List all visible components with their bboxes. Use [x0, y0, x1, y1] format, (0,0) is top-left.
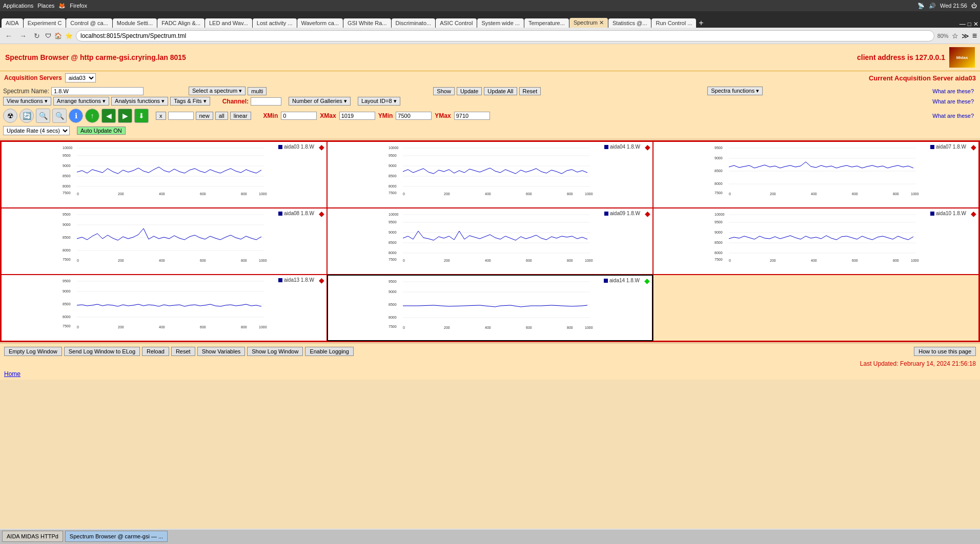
arrow-up-icon-btn[interactable]: ↑ [85, 109, 99, 123]
browser-tab-asic[interactable]: ASIC Control [436, 18, 477, 28]
reset-btn[interactable]: Reset [519, 87, 541, 95]
chart-cell-aida13[interactable]: aida13 1.8.W ◆ 9500 9000 8500 8000 7500 … [1, 275, 327, 341]
show-variables-btn[interactable]: Show Variables [197, 347, 246, 356]
channel-input[interactable] [251, 97, 281, 106]
svg-text:0: 0 [729, 259, 731, 262]
chart-label-aida07: aida07 1.8.W [936, 144, 966, 150]
select-spectrum-btn[interactable]: Select a spectrum ▾ [189, 87, 246, 95]
multi-btn[interactable]: multi [248, 87, 267, 95]
spectra-functions-btn[interactable]: Spectra functions ▾ [707, 87, 763, 95]
arrange-functions-btn[interactable]: Arrange functions ▾ [53, 97, 109, 106]
more-options-icon[interactable]: ≫ [962, 32, 969, 40]
info-icon-btn[interactable]: ℹ [69, 109, 83, 123]
chart-dot-aida10 [930, 212, 934, 216]
show-log-btn[interactable]: Show Log Window [247, 347, 303, 356]
analysis-functions-btn[interactable]: Analysis functions ▾ [111, 97, 168, 106]
send-log-btn[interactable]: Send Log Window to ELog [64, 347, 140, 356]
radiation-icon-btn[interactable]: ☢ [3, 109, 17, 123]
layout-id-btn[interactable]: Layout ID=8 ▾ [358, 97, 400, 106]
ymin-input[interactable] [396, 112, 432, 120]
chart-cell-aida04[interactable]: aida04 1.8.W ◆ 10000 9500 9000 8500 8000… [327, 141, 653, 208]
chart-cell-aida07[interactable]: aida07 1.8.W ◆ 9500 9000 8500 8000 7500 … [653, 141, 979, 208]
browser-tab-bar: AIDA Experiment C Control @ ca... Module… [0, 11, 980, 28]
tags-fits-btn[interactable]: Tags & Fits ▾ [170, 97, 210, 106]
refresh-icon-btn[interactable]: 🔄 [19, 109, 34, 123]
how-to-btn[interactable]: How to use this page [914, 347, 976, 356]
tab-min-button[interactable]: — [959, 20, 966, 28]
new-tab-button[interactable]: + [699, 18, 703, 28]
browser-tab-experiment[interactable]: Experiment C [24, 18, 66, 28]
menu-icon[interactable]: ≡ [972, 31, 977, 40]
svg-text:800: 800 [241, 192, 247, 195]
os-applications[interactable]: Applications [3, 3, 33, 9]
svg-text:1000: 1000 [911, 192, 919, 195]
what-these-3-btn[interactable]: What are these? [929, 112, 977, 119]
svg-text:10000: 10000 [714, 213, 725, 216]
tab-close-button[interactable]: ✕ [973, 20, 978, 28]
svg-text:8500: 8500 [63, 236, 71, 239]
update-all-btn[interactable]: Update All [484, 87, 517, 95]
ymax-input[interactable] [454, 112, 490, 120]
browser-tab-disc[interactable]: Discriminato... [392, 18, 436, 28]
number-galleries-btn[interactable]: Number of Galleries ▾ [289, 97, 351, 106]
zoom-out-icon-btn[interactable]: 🔍 [52, 109, 67, 123]
chart-cell-aida14[interactable]: aida14 1.8.W ◆ 9500 9000 8500 8000 7500 … [327, 275, 653, 341]
chart-cell-aida03[interactable]: aida03 1.8.W ◆ 10000 9500 9000 8500 8000… [1, 141, 327, 208]
empty-log-btn[interactable]: Empty Log Window [4, 347, 62, 356]
what-these-2-btn[interactable]: What are these? [929, 98, 977, 105]
arrow-right-icon-btn[interactable]: ▶ [118, 109, 132, 123]
browser-tab-system[interactable]: System wide ... [477, 18, 524, 28]
x-btn[interactable]: x [156, 112, 166, 120]
reset-bottom-btn[interactable]: Reset [171, 347, 195, 356]
browser-tab-gsi[interactable]: GSI White Ra... [343, 18, 391, 28]
os-firefox-icon: 🦊 [58, 3, 66, 9]
browser-tab-fadc[interactable]: FADC Align &... [157, 18, 205, 28]
refresh-button[interactable]: ↻ [32, 31, 42, 41]
all-btn[interactable]: all [215, 112, 228, 120]
new-input[interactable] [168, 112, 194, 120]
back-button[interactable]: ← [3, 31, 14, 41]
browser-tab-spectrum[interactable]: Spectrum ✕ [569, 18, 608, 28]
os-places[interactable]: Places [37, 3, 54, 9]
browser-tab-temp[interactable]: Temperature... [524, 18, 569, 28]
bookmark-star-icon[interactable]: ☆ [952, 32, 958, 40]
linear-btn[interactable]: linear [230, 112, 251, 120]
show-btn[interactable]: Show [433, 87, 455, 95]
svg-text:9500: 9500 [389, 154, 397, 157]
new-btn[interactable]: new [196, 112, 213, 120]
view-functions-btn[interactable]: View functions ▾ [3, 97, 51, 106]
update-btn[interactable]: Update [457, 87, 482, 95]
svg-text:400: 400 [159, 192, 165, 195]
chart-cell-aida09[interactable]: aida09 1.8.W ◆ 10000 9500 9000 8500 8000… [327, 208, 653, 275]
update-rate-select[interactable]: Update Rate (4 secs) [3, 126, 70, 135]
svg-text:8500: 8500 [714, 241, 723, 244]
xmin-input[interactable] [281, 112, 317, 120]
browser-tab-waveform[interactable]: Waveform ca... [297, 18, 343, 28]
svg-text:9000: 9000 [63, 164, 71, 168]
spectrum-name-input[interactable] [51, 87, 144, 95]
download-icon-btn[interactable]: ⬇ [134, 109, 149, 123]
tab-max-button[interactable]: □ [968, 20, 971, 28]
zoom-in-icon-btn[interactable]: 🔍 [36, 109, 50, 123]
forward-button[interactable]: → [17, 31, 29, 41]
what-these-1-btn[interactable]: What are these? [929, 88, 977, 95]
reload-btn[interactable]: Reload [142, 347, 169, 356]
chart-cell-aida08[interactable]: aida08 1.8.W ◆ 9500 9000 8500 8000 7500 … [1, 208, 327, 275]
browser-tab-module[interactable]: Module Setti... [113, 18, 157, 28]
url-bar[interactable] [76, 30, 934, 41]
enable-logging-btn[interactable]: Enable Logging [305, 347, 353, 356]
browser-tab-run[interactable]: Run Control ... [651, 18, 696, 28]
xmax-input[interactable] [339, 112, 375, 120]
browser-tab-aida[interactable]: AIDA [2, 18, 23, 28]
xmin-label: XMin [263, 112, 278, 119]
auto-update-btn[interactable]: Auto Update ON [77, 127, 126, 135]
arrow-left-icon-btn[interactable]: ◀ [101, 109, 116, 123]
browser-tab-stats[interactable]: Statistics @... [608, 18, 651, 28]
home-link[interactable]: Home [0, 368, 980, 380]
chart-cell-aida10[interactable]: aida10 1.8.W ◆ 10000 9500 9000 8500 8000… [653, 208, 979, 275]
browser-tab-lost[interactable]: Lost activity ... [253, 18, 297, 28]
acq-server-select[interactable]: aida03 [65, 73, 96, 82]
browser-tab-led[interactable]: LED and Wav... [205, 18, 252, 28]
ymax-label: YMax [435, 112, 451, 119]
browser-tab-control[interactable]: Control @ ca... [66, 18, 112, 28]
